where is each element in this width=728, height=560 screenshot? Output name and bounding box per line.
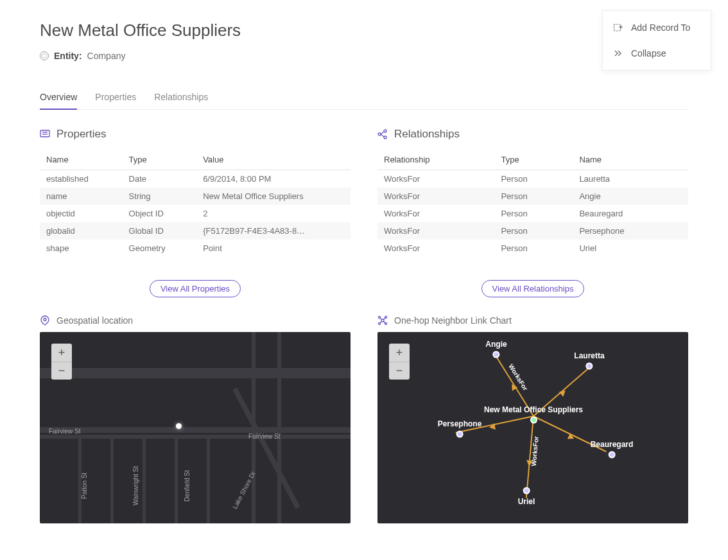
properties-table: Name Type Value established Date 6/9/201… bbox=[40, 150, 351, 257]
relationship-link[interactable]: WorksFor bbox=[377, 240, 494, 257]
relationships-column: Relationships Relationship Type Name Wor… bbox=[377, 128, 688, 523]
properties-title: Properties bbox=[56, 128, 106, 141]
entity-link[interactable]: Angie bbox=[573, 188, 688, 205]
cell-type: Date bbox=[123, 170, 197, 188]
entity-link[interactable]: Uriel bbox=[573, 240, 688, 257]
location-pin-icon bbox=[40, 315, 50, 326]
street-label: Wainwright St bbox=[132, 466, 139, 505]
map-point bbox=[176, 423, 182, 429]
relationship-col-relationship: Relationship bbox=[377, 150, 494, 170]
cell-value: 2 bbox=[196, 205, 351, 222]
graph-node-label: Angie bbox=[485, 340, 507, 349]
cell-type: Geometry bbox=[123, 240, 197, 257]
relationship-col-name: Name bbox=[573, 150, 688, 170]
cell-type: Person bbox=[494, 240, 573, 257]
tab-overview[interactable]: Overview bbox=[40, 87, 77, 110]
properties-col-name: Name bbox=[40, 150, 123, 170]
page-title: New Metal Office Suppliers bbox=[40, 21, 688, 40]
relationship-col-type: Type bbox=[494, 150, 573, 170]
svg-point-3 bbox=[44, 319, 46, 321]
graph-dot-icon bbox=[456, 431, 463, 438]
table-row: WorksFor Person Beauregard bbox=[377, 205, 688, 222]
action-menu: Add Record To Collapse bbox=[602, 10, 711, 71]
geospatial-title: Geospatial location bbox=[56, 315, 133, 326]
entity-icon bbox=[40, 51, 49, 60]
graph-node-persephone[interactable]: Persephone bbox=[438, 419, 482, 438]
entity-value: Company bbox=[87, 51, 126, 61]
cell-type: Object ID bbox=[123, 205, 197, 222]
relationships-table: Relationship Type Name WorksFor Person L… bbox=[377, 150, 688, 257]
table-row: shape Geometry Point bbox=[40, 240, 351, 257]
tabs: Overview Properties Relationships bbox=[40, 87, 688, 110]
zoom-in-button[interactable]: + bbox=[389, 344, 410, 362]
tab-relationships[interactable]: Relationships bbox=[154, 87, 208, 109]
table-row: established Date 6/9/2014, 8:00 PM bbox=[40, 170, 351, 188]
zoom-in-button[interactable]: + bbox=[51, 344, 72, 362]
cell-name: shape bbox=[40, 240, 123, 257]
graph-node-angie[interactable]: Angie bbox=[485, 340, 507, 358]
zoom-out-button[interactable]: − bbox=[51, 362, 72, 380]
svg-line-17 bbox=[383, 321, 385, 323]
cell-value: {F5172B97-F4E3-4A83-8… bbox=[196, 222, 351, 240]
cell-name: objectid bbox=[40, 205, 123, 222]
svg-line-15 bbox=[383, 318, 385, 320]
table-row: WorksFor Person Persephone bbox=[377, 222, 688, 240]
graph-dot-icon bbox=[530, 417, 537, 424]
svg-rect-18 bbox=[614, 24, 621, 31]
svg-line-16 bbox=[380, 321, 382, 323]
svg-point-5 bbox=[384, 130, 386, 132]
relationship-link[interactable]: WorksFor bbox=[377, 170, 494, 188]
map-panel[interactable]: Fairview St Fairview St Patton St Wainwr… bbox=[40, 332, 351, 523]
properties-icon bbox=[40, 129, 50, 139]
graph-node-beauregard[interactable]: Beauregard bbox=[591, 440, 634, 459]
entity-link[interactable]: Beauregard bbox=[573, 205, 688, 222]
entity-link[interactable]: Lauretta bbox=[573, 170, 688, 188]
street-label: Fairview St bbox=[248, 433, 280, 440]
properties-column: Properties Name Type Value established D… bbox=[40, 128, 351, 523]
link-chart-icon bbox=[377, 315, 388, 326]
graph-node-label: New Metal Office Suppliers bbox=[484, 405, 583, 414]
link-chart-title: One-hop Neighbor Link Chart bbox=[394, 315, 512, 326]
table-row: WorksFor Person Angie bbox=[377, 188, 688, 205]
cell-value: 6/9/2014, 8:00 PM bbox=[196, 170, 351, 188]
graph-node-lauretta[interactable]: Lauretta bbox=[574, 351, 604, 370]
relationship-link[interactable]: WorksFor bbox=[377, 222, 494, 240]
collapse-button[interactable]: Collapse bbox=[603, 40, 711, 66]
table-row: globalid Global ID {F5172B97-F4E3-4A83-8… bbox=[40, 222, 351, 240]
svg-line-14 bbox=[380, 318, 382, 320]
entity-link[interactable]: Persephone bbox=[573, 222, 688, 240]
cell-type: Person bbox=[494, 170, 573, 188]
svg-point-6 bbox=[384, 136, 386, 139]
graph-node-label: Lauretta bbox=[574, 351, 604, 360]
add-record-icon bbox=[613, 22, 623, 33]
view-all-relationships-button[interactable]: View All Relationships bbox=[481, 280, 585, 297]
graph-node-label: Persephone bbox=[438, 419, 482, 428]
zoom-out-button[interactable]: − bbox=[389, 362, 410, 380]
table-row: WorksFor Person Uriel bbox=[377, 240, 688, 257]
view-all-properties-button[interactable]: View All Properties bbox=[150, 280, 241, 297]
link-chart-panel[interactable]: WorksFor WorksFor New Metal Office Suppl… bbox=[377, 332, 688, 523]
action-label: Add Record To bbox=[631, 22, 690, 33]
action-label: Collapse bbox=[631, 48, 666, 58]
street-label: Patton St bbox=[81, 473, 88, 499]
cell-type: Person bbox=[494, 188, 573, 205]
graph-center-node[interactable]: New Metal Office Suppliers bbox=[484, 405, 583, 424]
chart-zoom-controls: + − bbox=[389, 344, 410, 380]
table-row: objectid Object ID 2 bbox=[40, 205, 351, 222]
street-label: Fairview St bbox=[49, 428, 80, 435]
relationship-link[interactable]: WorksFor bbox=[377, 188, 494, 205]
properties-col-value: Value bbox=[196, 150, 351, 170]
cell-name: name bbox=[40, 188, 123, 205]
svg-point-4 bbox=[378, 133, 381, 136]
graph-dot-icon bbox=[523, 487, 530, 494]
add-record-to-button[interactable]: Add Record To bbox=[603, 15, 711, 40]
tab-properties[interactable]: Properties bbox=[95, 87, 136, 109]
table-row: WorksFor Person Lauretta bbox=[377, 170, 688, 188]
relationship-link[interactable]: WorksFor bbox=[377, 205, 494, 222]
cell-type: Global ID bbox=[123, 222, 197, 240]
chevron-right-double-icon bbox=[613, 48, 623, 58]
cell-value: New Metal Office Suppliers bbox=[196, 188, 351, 205]
cell-type: Person bbox=[494, 205, 573, 222]
graph-node-uriel[interactable]: Uriel bbox=[518, 487, 535, 506]
relationships-title: Relationships bbox=[394, 128, 460, 141]
